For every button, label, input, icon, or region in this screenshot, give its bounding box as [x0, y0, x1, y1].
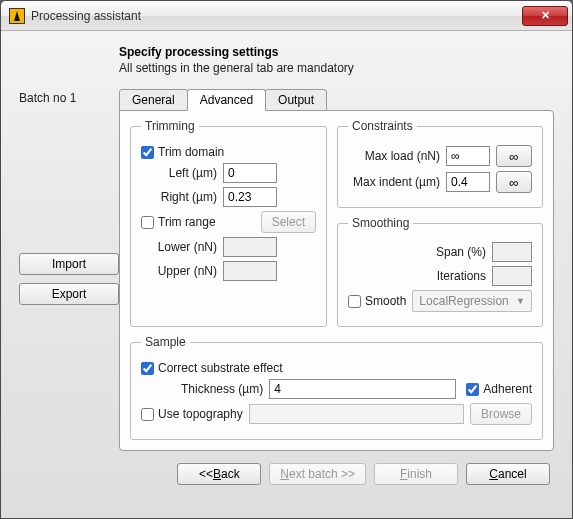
- page-heading: Specify processing settings: [119, 45, 554, 59]
- page-subheading: All settings in the general tab are mand…: [119, 61, 554, 75]
- span-input: [492, 242, 532, 262]
- app-icon: [9, 8, 25, 24]
- smooth-label: Smooth: [365, 294, 406, 308]
- adherent-checkbox[interactable]: [466, 383, 479, 396]
- chevron-down-icon: ▼: [516, 296, 525, 306]
- tab-strip: General Advanced Output: [119, 89, 554, 111]
- smooth-checkbox[interactable]: [348, 295, 361, 308]
- trim-domain-checkbox[interactable]: [141, 146, 154, 159]
- fieldset-trimming: Trimming Trim domain Left (µm) Right (µm…: [130, 119, 327, 327]
- upper-input: [223, 261, 277, 281]
- right-label: Right (µm): [157, 190, 223, 204]
- iterations-label: Iterations: [348, 269, 492, 283]
- max-indent-input[interactable]: [446, 172, 490, 192]
- back-button[interactable]: << Back: [177, 463, 261, 485]
- thickness-label: Thickness (µm): [181, 382, 269, 396]
- legend-smoothing: Smoothing: [348, 216, 413, 230]
- batch-label: Batch no 1: [19, 91, 119, 105]
- next-batch-button: Next batch >>: [269, 463, 366, 485]
- max-load-input[interactable]: [446, 146, 490, 166]
- thickness-input[interactable]: [269, 379, 456, 399]
- right-input[interactable]: [223, 187, 277, 207]
- finish-button: Finish: [374, 463, 458, 485]
- tab-panel-advanced: Trimming Trim domain Left (µm) Right (µm…: [119, 110, 554, 451]
- legend-sample: Sample: [141, 335, 190, 349]
- correct-substrate-label: Correct substrate effect: [158, 361, 283, 375]
- close-icon: ✕: [541, 9, 550, 22]
- cancel-button[interactable]: Cancel: [466, 463, 550, 485]
- correct-substrate-checkbox[interactable]: [141, 362, 154, 375]
- use-topography-label: Use topography: [158, 407, 243, 421]
- lower-input: [223, 237, 277, 257]
- left-input[interactable]: [223, 163, 277, 183]
- browse-button: Browse: [470, 403, 532, 425]
- smoothing-method-combo: LocalRegression ▼: [412, 290, 532, 312]
- trim-range-label: Trim range: [158, 215, 216, 229]
- close-button[interactable]: ✕: [522, 6, 568, 26]
- left-label: Left (µm): [157, 166, 223, 180]
- max-load-inf-button[interactable]: ∞: [496, 145, 532, 167]
- tab-general[interactable]: General: [119, 89, 188, 111]
- span-label: Span (%): [348, 245, 492, 259]
- smoothing-method-value: LocalRegression: [419, 294, 508, 308]
- max-load-label: Max load (nN): [348, 149, 446, 163]
- app-window: Processing assistant ✕ Specify processin…: [0, 0, 573, 519]
- select-button: Select: [261, 211, 316, 233]
- legend-constraints: Constraints: [348, 119, 417, 133]
- max-indent-label: Max indent (µm): [348, 175, 446, 189]
- iterations-input: [492, 266, 532, 286]
- titlebar[interactable]: Processing assistant ✕: [1, 1, 572, 31]
- upper-label: Upper (nN): [157, 264, 223, 278]
- export-button[interactable]: Export: [19, 283, 119, 305]
- import-button[interactable]: Import: [19, 253, 119, 275]
- wizard-footer: << Back Next batch >> Finish Cancel: [119, 463, 554, 485]
- fieldset-sample: Sample Correct substrate effect Thicknes…: [130, 335, 543, 440]
- max-indent-inf-button[interactable]: ∞: [496, 171, 532, 193]
- trim-domain-label: Trim domain: [158, 145, 224, 159]
- trim-range-checkbox[interactable]: [141, 216, 154, 229]
- window-title: Processing assistant: [31, 9, 141, 23]
- tab-output[interactable]: Output: [265, 89, 327, 111]
- fieldset-smoothing: Smoothing Span (%) Iterations: [337, 216, 543, 327]
- tab-advanced[interactable]: Advanced: [187, 89, 266, 111]
- content-area: Specify processing settings All settings…: [1, 31, 572, 495]
- use-topography-checkbox[interactable]: [141, 408, 154, 421]
- fieldset-constraints: Constraints Max load (nN) ∞ Max indent (…: [337, 119, 543, 208]
- lower-label: Lower (nN): [157, 240, 223, 254]
- adherent-label: Adherent: [483, 382, 532, 396]
- topography-path-field: [249, 404, 464, 424]
- legend-trimming: Trimming: [141, 119, 199, 133]
